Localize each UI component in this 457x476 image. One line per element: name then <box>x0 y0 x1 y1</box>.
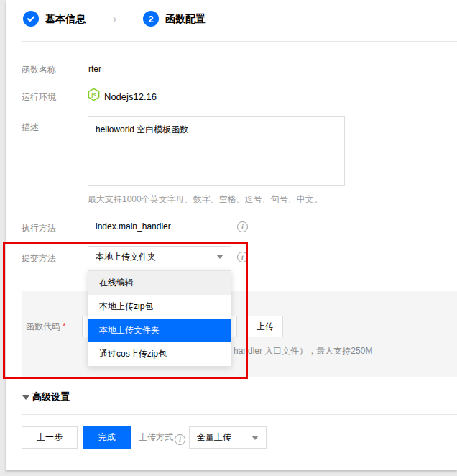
function-config-page: 基本信息 › 2 函数配置 函数名称 rter 运行环境 js Nodejs12… <box>0 0 457 476</box>
upload-mode-label: 上传方式i <box>139 431 185 445</box>
svg-text:js: js <box>91 91 96 98</box>
previous-step-button[interactable]: 上一步 <box>22 426 78 449</box>
upload-mode-select[interactable]: 全量上传 <box>189 426 267 449</box>
finish-button[interactable]: 完成 <box>83 426 131 449</box>
upload-button[interactable]: 上传 <box>247 316 283 337</box>
dropdown-option-cos-zip[interactable]: 通过cos上传zip包 <box>88 342 231 366</box>
check-icon <box>27 14 35 23</box>
handler-info-icon[interactable]: i <box>237 221 248 232</box>
advanced-settings-toggle[interactable]: 高级设置 <box>32 390 70 403</box>
runtime-value: Nodejs12.16 <box>104 91 157 102</box>
header-divider <box>22 41 457 42</box>
upload-mode-label-text: 上传方式 <box>139 432 173 442</box>
description-textarea[interactable] <box>88 116 345 186</box>
description-hint: 最大支持1000个英文字母、数字、空格、逗号、句号、中文。 <box>88 193 323 206</box>
upload-mode-info-icon[interactable]: i <box>175 434 185 445</box>
step1-done-circle <box>23 11 39 27</box>
submit-method-select[interactable]: 本地上传文件夹 <box>88 246 231 267</box>
handler-label: 执行方法 <box>22 222 56 234</box>
code-tip: handler 入口文件），最大支持250M <box>234 345 372 357</box>
chevron-down-icon <box>251 436 259 440</box>
dropdown-option-upload-folder[interactable]: 本地上传文件夹 <box>88 319 231 342</box>
dropdown-option-upload-zip[interactable]: 本地上传zip包 <box>88 295 231 319</box>
footer-divider <box>22 414 457 415</box>
runtime-label: 运行环境 <box>22 91 56 104</box>
triangle-down-icon <box>22 395 29 400</box>
submit-method-value: 本地上传文件夹 <box>96 251 156 263</box>
submit-method-label: 提交方法 <box>22 252 56 265</box>
name-value: rter <box>88 64 101 74</box>
name-label: 函数名称 <box>22 64 56 76</box>
nodejs-icon: js <box>87 88 101 104</box>
step1-label: 基本信息 <box>45 13 86 26</box>
step2-number: 2 <box>148 14 153 24</box>
upload-mode-value: 全量上传 <box>197 431 231 444</box>
dropdown-option-online-edit[interactable]: 在线编辑 <box>88 271 231 295</box>
code-label: 函数代码* <box>26 321 66 333</box>
handler-input[interactable] <box>88 216 231 237</box>
description-label: 描述 <box>22 122 39 134</box>
required-asterisk: * <box>63 321 66 331</box>
code-label-text: 函数代码 <box>26 321 60 331</box>
chevron-right-icon: › <box>113 12 116 24</box>
chevron-down-icon <box>216 255 223 259</box>
submit-method-dropdown: 在线编辑 本地上传zip包 本地上传文件夹 通过cos上传zip包 <box>88 270 231 367</box>
content-card: 基本信息 › 2 函数配置 <box>6 0 457 470</box>
submit-method-info-icon[interactable]: i <box>237 252 248 262</box>
step2-label: 函数配置 <box>165 13 206 26</box>
step2-circle: 2 <box>143 11 159 27</box>
